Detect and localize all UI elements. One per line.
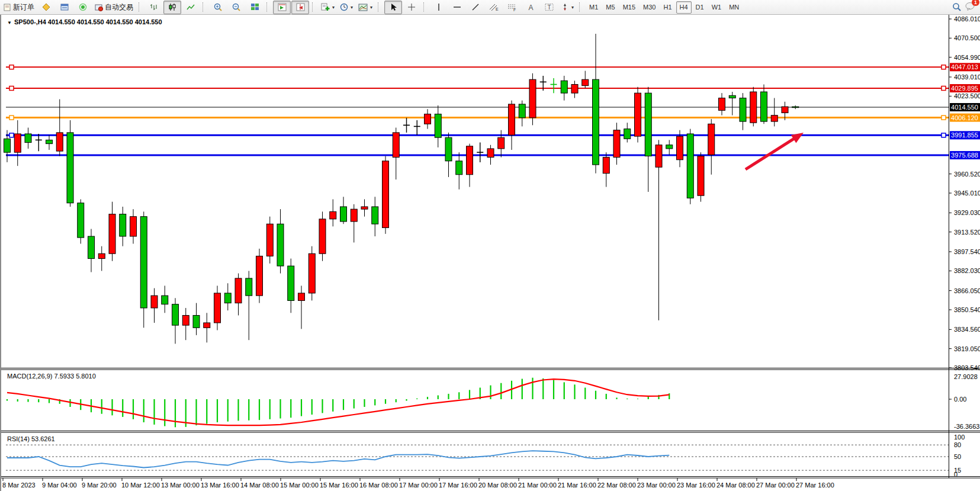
tile-windows-icon: [250, 3, 259, 11]
timeframe-h4[interactable]: H4: [676, 1, 692, 14]
autotrading-label: 自动交易: [105, 2, 133, 12]
arrows-icon: [561, 3, 569, 11]
timeframe-m15[interactable]: M15: [619, 1, 639, 14]
crosshair-icon: [407, 3, 416, 11]
svg-text:A: A: [528, 4, 533, 12]
data-window-icon: [60, 3, 69, 11]
text-button[interactable]: A: [522, 1, 539, 14]
trendline-button[interactable]: [467, 1, 484, 14]
svg-text:0: 0: [954, 471, 957, 478]
text-icon: A: [527, 3, 535, 11]
text-label-button[interactable]: T: [540, 1, 558, 14]
svg-text:24 Mar 08:00: 24 Mar 08:00: [716, 482, 755, 489]
chart-title: ▼SP500-,H4 4014.550 4014.550 4014.550 40…: [7, 18, 162, 25]
bar-chart-button[interactable]: [145, 1, 163, 14]
svg-text:100: 100: [954, 434, 965, 441]
timeframe-mn[interactable]: MN: [725, 1, 743, 14]
timeframe-m30[interactable]: M30: [640, 1, 659, 14]
toolbar-separator: [378, 2, 382, 12]
svg-text:3882.030: 3882.030: [954, 267, 980, 274]
svg-text:16 Mar 08:00: 16 Mar 08:00: [359, 482, 398, 489]
svg-text:4054.990: 4054.990: [954, 54, 980, 61]
show-period-separators-button[interactable]: [291, 1, 309, 14]
line-handle[interactable]: [9, 115, 14, 120]
svg-text:23 Mar 16:00: 23 Mar 16:00: [677, 482, 715, 489]
template-button[interactable]: ▾: [356, 1, 375, 14]
line-chart-button[interactable]: [182, 1, 200, 14]
svg-text:27 Mar 16:00: 27 Mar 16:00: [796, 482, 834, 489]
svg-text:3850.540: 3850.540: [954, 306, 980, 313]
line-handle[interactable]: [9, 133, 14, 137]
chevron-down-icon: ▾: [332, 5, 335, 10]
notifications-button[interactable]: 1: [965, 2, 975, 12]
vertical-line-button[interactable]: [430, 1, 448, 14]
tile-windows-button[interactable]: [246, 1, 264, 14]
chart-canvas[interactable]: 4086.0104070.5004054.9904039.0104023.500…: [1, 15, 980, 491]
toolbar: 新订单 自动交易: [0, 0, 980, 15]
svg-text:21 Mar 16:00: 21 Mar 16:00: [558, 482, 596, 489]
svg-text:4029.895: 4029.895: [951, 85, 978, 92]
svg-text:13 Mar 00:00: 13 Mar 00:00: [161, 482, 200, 489]
equidistant-channel-button[interactable]: E: [485, 1, 503, 14]
line-handle[interactable]: [942, 115, 946, 120]
period-button[interactable]: ▾: [338, 1, 355, 14]
svg-text:4047.013: 4047.013: [951, 63, 978, 70]
svg-text:3991.855: 3991.855: [951, 131, 978, 139]
horizontal-line-button[interactable]: [448, 1, 466, 14]
add-indicator-button[interactable]: ▾: [319, 1, 337, 14]
candlestick-chart-icon: [168, 3, 176, 11]
market-watch-button[interactable]: [37, 1, 55, 14]
signal-button[interactable]: [74, 1, 92, 14]
line-handle[interactable]: [9, 65, 14, 69]
toolbar-separator: [266, 2, 271, 12]
toolbar-separator: [203, 2, 207, 12]
toolbar-separator: [312, 2, 316, 12]
equidistant-channel-icon: E: [489, 3, 499, 11]
svg-text:15 Mar 00:00: 15 Mar 00:00: [280, 482, 319, 489]
svg-text:3945.010: 3945.010: [954, 190, 980, 197]
line-handle[interactable]: [9, 86, 14, 91]
search-icon[interactable]: [952, 2, 962, 12]
svg-text:SP500-,H4 4014.550 4014.550 4: SP500-,H4 4014.550 4014.550 4014.550 401…: [14, 18, 162, 25]
toolbar-separator: [423, 2, 428, 12]
svg-text:80: 80: [954, 441, 961, 448]
svg-text:3834.560: 3834.560: [954, 326, 980, 333]
svg-text:17 Mar 16:00: 17 Mar 16:00: [439, 482, 477, 489]
chevron-down-icon: ▾: [351, 5, 353, 10]
fibonacci-button[interactable]: F: [503, 1, 521, 14]
zoom-out-button[interactable]: [227, 1, 245, 14]
line-handle[interactable]: [942, 133, 946, 137]
svg-text:4070.500: 4070.500: [954, 34, 980, 41]
svg-text:T: T: [547, 4, 551, 11]
crosshair-button[interactable]: [403, 1, 420, 14]
signal-icon: [79, 3, 87, 11]
svg-text:3960.520: 3960.520: [954, 171, 980, 178]
cursor-button[interactable]: [384, 1, 402, 14]
autotrading-button[interactable]: 自动交易: [92, 1, 136, 14]
template-icon: [358, 4, 368, 11]
svg-text:3803.540: 3803.540: [954, 364, 980, 371]
svg-text:F: F: [513, 8, 516, 12]
timeframe-w1[interactable]: W1: [708, 1, 725, 14]
svg-text:3929.030: 3929.030: [954, 209, 980, 216]
new-order-button[interactable]: 新订单: [1, 1, 37, 14]
timeframe-m5[interactable]: M5: [602, 1, 618, 14]
zoom-in-button[interactable]: [209, 1, 227, 14]
timeframe-h1[interactable]: H1: [660, 1, 675, 14]
line-handle[interactable]: [942, 65, 946, 69]
show-trade-levels-button[interactable]: [273, 1, 291, 14]
svg-text:3897.540: 3897.540: [954, 248, 980, 255]
arrows-button[interactable]: ▾: [558, 1, 576, 14]
svg-text:15 Mar 16:00: 15 Mar 16:00: [320, 482, 358, 489]
svg-text:▼: ▼: [7, 20, 12, 25]
data-window-button[interactable]: [56, 1, 73, 14]
timeframe-m1[interactable]: M1: [586, 1, 602, 14]
line-handle[interactable]: [942, 86, 946, 91]
svg-text:21 Mar 00:00: 21 Mar 00:00: [518, 482, 557, 489]
candlestick-chart-button[interactable]: [163, 1, 181, 14]
svg-text:RSI(14) 53.6261: RSI(14) 53.6261: [7, 435, 55, 442]
mt4-window: 新订单 自动交易: [0, 0, 980, 491]
timeframe-d1[interactable]: D1: [692, 1, 708, 14]
svg-text:17 Mar 00:00: 17 Mar 00:00: [399, 482, 438, 489]
trendline-icon: [471, 3, 480, 11]
